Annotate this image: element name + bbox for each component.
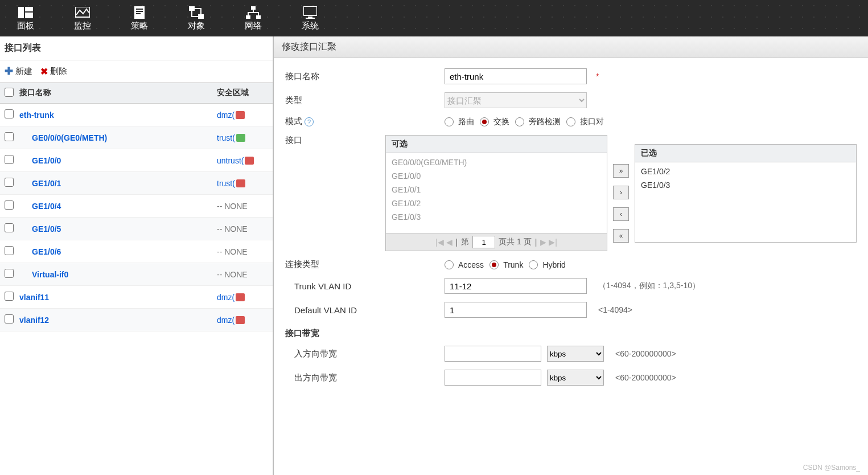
out-bw-unit[interactable]: kbps bbox=[547, 370, 604, 386]
table-row[interactable]: GE1/0/1trust( bbox=[0, 172, 273, 195]
mode-radio-路由[interactable]: 路由 bbox=[445, 117, 474, 127]
plus-icon: ✚ bbox=[5, 65, 13, 77]
svg-rect-13 bbox=[303, 6, 317, 15]
zone-cell: trust( bbox=[217, 179, 268, 188]
out-bw-input[interactable] bbox=[445, 370, 541, 386]
selected-item[interactable]: GE1/0/3 bbox=[635, 178, 856, 192]
nav-label: 策略 bbox=[131, 21, 148, 31]
zone-cell: untrust( bbox=[217, 156, 268, 165]
move-left-button[interactable]: ‹ bbox=[613, 207, 629, 221]
edit-aggregate-dialog: 修改接口汇聚 接口名称 * 类型 接口汇聚 模式? 路由交换旁路检测接口对 接 bbox=[273, 36, 868, 475]
pager-page-input[interactable] bbox=[472, 236, 495, 248]
trunk-vlan-input[interactable] bbox=[445, 278, 587, 294]
interface-name[interactable]: GE1/0/4 bbox=[19, 202, 217, 211]
list-body: eth-trunkdmz(GE0/0/0(GE0/METH)trust(GE1/… bbox=[0, 104, 273, 331]
interface-name[interactable]: vlanif11 bbox=[19, 293, 217, 302]
conn-type-radio-group: AccessTrunkHybrid bbox=[445, 260, 566, 269]
table-row[interactable]: GE1/0/4-- NONE bbox=[0, 195, 273, 218]
default-vlan-input[interactable] bbox=[445, 302, 587, 318]
move-right-button[interactable]: › bbox=[613, 186, 629, 199]
help-icon[interactable]: ? bbox=[305, 117, 314, 126]
table-row[interactable]: GE1/0/5-- NONE bbox=[0, 218, 273, 240]
interface-name[interactable]: GE1/0/5 bbox=[19, 224, 217, 234]
row-checkbox[interactable] bbox=[5, 223, 14, 232]
new-button[interactable]: ✚ 新建 bbox=[5, 65, 32, 77]
form: 接口名称 * 类型 接口汇聚 模式? 路由交换旁路检测接口对 接口 bbox=[274, 58, 868, 404]
table-row[interactable]: GE1/0/6-- NONE bbox=[0, 240, 273, 263]
row-checkbox[interactable] bbox=[5, 269, 14, 278]
row-checkbox[interactable] bbox=[5, 155, 14, 164]
available-item[interactable]: GE0/0/0(GE0/METH) bbox=[386, 155, 607, 169]
row-checkbox[interactable] bbox=[5, 246, 14, 255]
interface-name[interactable]: GE0/0/0(GE0/METH) bbox=[19, 133, 217, 142]
svg-rect-5 bbox=[136, 9, 143, 10]
interface-name[interactable]: vlanif12 bbox=[19, 316, 217, 325]
type-select: 接口汇聚 bbox=[445, 92, 587, 108]
select-all-checkbox[interactable] bbox=[5, 88, 14, 97]
nav-system[interactable]: 系统 bbox=[296, 3, 324, 34]
network-icon bbox=[245, 6, 261, 19]
available-item[interactable]: GE1/0/2 bbox=[386, 196, 607, 210]
row-checkbox[interactable] bbox=[5, 292, 14, 301]
interface-name[interactable]: eth-trunk bbox=[19, 110, 217, 120]
pager: |◀ ◀ | 第 页共 1 页 | ▶ ▶| bbox=[386, 233, 607, 251]
interface-name[interactable]: Virtual-if0 bbox=[19, 270, 217, 279]
mode-radio-接口对[interactable]: 接口对 bbox=[566, 117, 604, 127]
in-bw-input[interactable] bbox=[445, 346, 541, 362]
new-label: 新建 bbox=[15, 66, 32, 77]
mode-radio-交换[interactable]: 交换 bbox=[480, 117, 509, 127]
nav-object[interactable]: 对象 bbox=[182, 3, 211, 34]
default-vlan-label: Default VLAN ID bbox=[285, 305, 445, 315]
transfer-buttons: » › ‹ « bbox=[613, 144, 629, 243]
interface-name[interactable]: GE1/0/0 bbox=[19, 156, 217, 165]
table-row[interactable]: GE0/0/0(GE0/METH)trust( bbox=[0, 126, 273, 149]
available-body[interactable]: GE0/0/0(GE0/METH)GE1/0/0GE1/0/1GE1/0/2GE… bbox=[386, 153, 607, 233]
row-checkbox[interactable] bbox=[5, 200, 14, 210]
nav-policy[interactable]: 策略 bbox=[125, 3, 154, 34]
row-checkbox[interactable] bbox=[5, 132, 14, 141]
in-bw-unit[interactable]: kbps bbox=[547, 346, 604, 362]
table-row[interactable]: vlanif11dmz( bbox=[0, 286, 273, 309]
table-row[interactable]: eth-trunkdmz( bbox=[0, 104, 273, 126]
nav-dashboard[interactable]: 面板 bbox=[11, 3, 40, 34]
available-list: 可选 GE0/0/0(GE0/METH)GE1/0/0GE1/0/1GE1/0/… bbox=[385, 135, 607, 251]
selected-body[interactable]: GE1/0/2GE1/0/3 bbox=[635, 162, 856, 242]
svg-rect-8 bbox=[189, 6, 195, 11]
interface-name[interactable]: GE1/0/6 bbox=[19, 247, 217, 256]
zone-icon bbox=[236, 293, 245, 301]
row-checkbox[interactable] bbox=[5, 109, 14, 118]
svg-rect-4 bbox=[134, 6, 145, 19]
name-input[interactable] bbox=[445, 68, 587, 84]
interface-label: 接口 bbox=[285, 135, 385, 146]
available-item[interactable]: GE1/0/0 bbox=[386, 169, 607, 183]
in-bw-label: 入方向带宽 bbox=[285, 349, 445, 359]
move-all-right-button[interactable]: » bbox=[613, 164, 629, 178]
table-row[interactable]: Virtual-if0-- NONE bbox=[0, 263, 273, 286]
pager-first-icon[interactable]: |◀ ◀ bbox=[435, 238, 452, 247]
move-all-left-button[interactable]: « bbox=[613, 229, 629, 243]
pager-last-icon[interactable]: ▶ ▶| bbox=[540, 238, 557, 247]
interface-list-panel: 接口列表 ✚ 新建 ✖ 删除 接口名称 安全区域 eth-trunkdmz(GE… bbox=[0, 36, 273, 475]
type-label: 类型 bbox=[285, 95, 445, 106]
selected-item[interactable]: GE1/0/2 bbox=[635, 165, 856, 178]
nav-monitor[interactable]: 监控 bbox=[68, 3, 97, 34]
row-checkbox[interactable] bbox=[5, 314, 14, 324]
object-icon bbox=[188, 6, 204, 19]
conn-radio-Hybrid[interactable]: Hybrid bbox=[529, 260, 565, 269]
nav-network[interactable]: 网络 bbox=[239, 3, 268, 34]
conn-radio-Access[interactable]: Access bbox=[445, 260, 484, 269]
required-mark: * bbox=[596, 72, 599, 81]
radio-icon bbox=[445, 117, 454, 126]
available-item[interactable]: GE1/0/1 bbox=[386, 183, 607, 196]
table-row[interactable]: GE1/0/0untrust( bbox=[0, 149, 273, 172]
available-item[interactable]: GE1/0/3 bbox=[386, 210, 607, 224]
table-row[interactable]: vlanif12dmz( bbox=[0, 309, 273, 331]
interface-name[interactable]: GE1/0/1 bbox=[19, 179, 217, 188]
dialog-title: 修改接口汇聚 bbox=[274, 36, 868, 58]
radio-icon bbox=[445, 260, 454, 269]
svg-rect-7 bbox=[136, 13, 141, 14]
row-checkbox[interactable] bbox=[5, 178, 14, 187]
conn-radio-Trunk[interactable]: Trunk bbox=[489, 260, 523, 269]
delete-button[interactable]: ✖ 删除 bbox=[40, 66, 67, 77]
mode-radio-旁路检测[interactable]: 旁路检测 bbox=[515, 117, 561, 127]
